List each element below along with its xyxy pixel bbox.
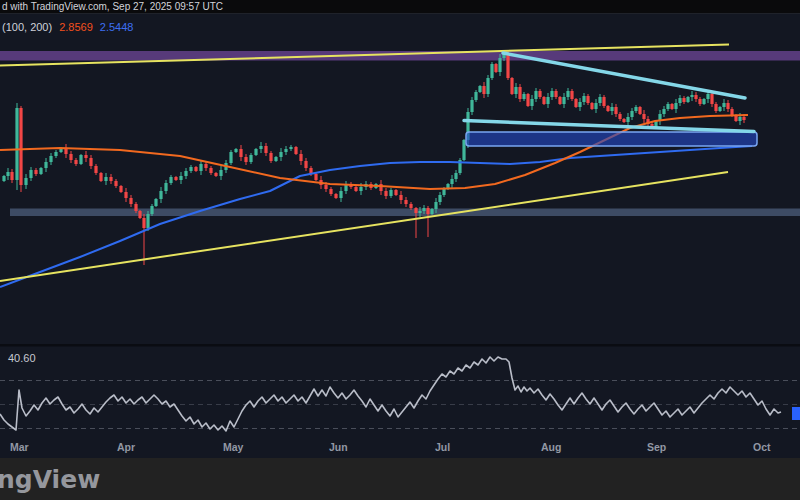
ma200-value: 2.5448 — [100, 21, 134, 33]
pane-separator[interactable] — [0, 344, 800, 347]
tradingview-published-chart: d with TradingView.com, Sep 27, 2025 09:… — [0, 0, 800, 500]
ma100-value: 2.8569 — [59, 21, 93, 33]
x-axis-month-label: Mar — [10, 441, 29, 453]
resistance-zone-band[interactable] — [0, 51, 800, 61]
x-axis-month-label: Jul — [435, 441, 450, 453]
price-pane[interactable] — [0, 45, 800, 288]
x-axis-month-label: Apr — [117, 441, 135, 453]
rsi-value-badge — [792, 407, 800, 420]
x-axis-month-label: Sep — [647, 441, 666, 453]
x-axis-month-label: Aug — [541, 441, 561, 453]
indicator-legend[interactable]: (100, 200)2.85692.5448 — [2, 21, 140, 33]
candlestick-series — [2, 50, 745, 265]
channel-line-lower[interactable] — [0, 172, 728, 281]
support-box[interactable] — [466, 132, 757, 146]
x-axis-month-label: Oct — [753, 441, 771, 453]
rsi-line — [0, 357, 781, 431]
indicator-label: (100, 200) — [2, 21, 52, 33]
triangle-support-line[interactable] — [464, 121, 754, 132]
rsi-value-label: 40.60 — [8, 352, 36, 364]
rsi-pane[interactable] — [0, 344, 800, 431]
footer-bar: ngView — [0, 458, 800, 500]
x-axis-month-label: Jun — [329, 441, 348, 453]
support-zone-band[interactable] — [10, 209, 800, 217]
x-axis-month-label: May — [223, 441, 244, 453]
tradingview-logo[interactable]: ngView — [0, 465, 100, 494]
chart-canvas[interactable]: MarAprMayJunJulAugSepOct — [0, 0, 800, 500]
ma-200-line — [0, 146, 752, 287]
